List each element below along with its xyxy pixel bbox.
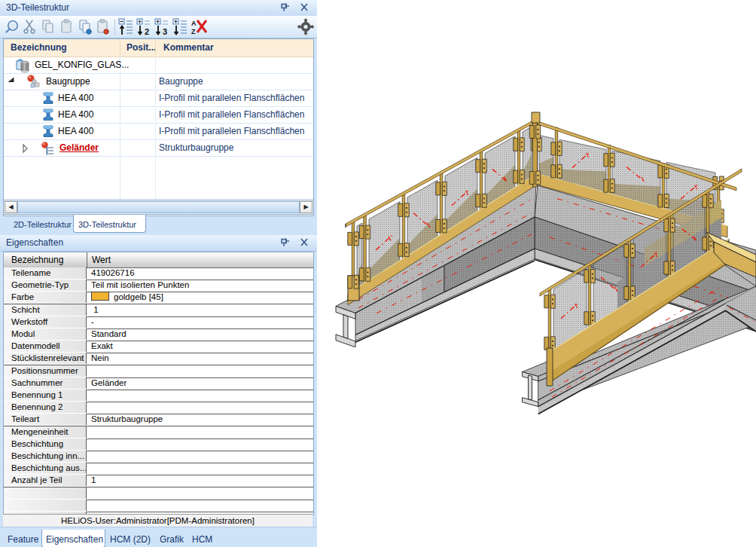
svg-text:Z: Z xyxy=(191,28,196,35)
svg-text:A: A xyxy=(191,20,197,27)
svg-text:3: 3 xyxy=(163,27,167,36)
svg-text:2: 2 xyxy=(145,27,149,36)
